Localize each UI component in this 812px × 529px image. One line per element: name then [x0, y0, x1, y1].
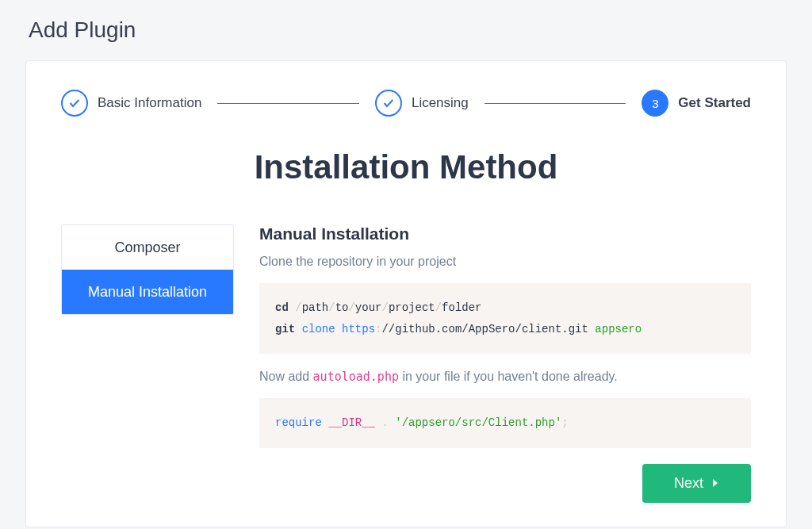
tab-manual-installation[interactable]: Manual Installation — [62, 270, 233, 314]
code-block-clone: cd /path/to/your/project/folder git clon… — [259, 283, 751, 354]
step-licensing[interactable]: Licensing — [375, 90, 469, 117]
instructions-mid: Now add autoload.php in your file if you… — [259, 370, 751, 384]
svg-marker-0 — [713, 479, 718, 487]
step-basic-information[interactable]: Basic Information — [61, 90, 201, 117]
check-icon — [375, 90, 402, 117]
code-block-require: require __DIR__ . '/appsero/src/Client.p… — [259, 398, 751, 448]
instructions-intro: Clone the repository in your project — [259, 255, 751, 269]
step-label: Licensing — [412, 95, 469, 111]
install-method-tabs: Composer Manual Installation — [61, 224, 234, 315]
content-row: Composer Manual Installation Manual Inst… — [61, 224, 751, 503]
section-title: Installation Method — [61, 148, 751, 186]
step-label: Get Started — [678, 95, 751, 111]
next-label: Next — [674, 475, 703, 492]
step-connector — [217, 103, 359, 104]
step-get-started[interactable]: 3 Get Started — [642, 90, 751, 117]
check-icon — [61, 90, 88, 117]
stepper: Basic Information Licensing 3 Get Starte… — [61, 90, 751, 117]
inline-code: autoload.php — [313, 370, 399, 384]
instructions-heading: Manual Installation — [259, 224, 751, 243]
step-label: Basic Information — [98, 95, 201, 111]
chevron-right-icon — [711, 479, 719, 487]
step-number: 3 — [642, 90, 668, 117]
next-button[interactable]: Next — [642, 464, 751, 503]
step-connector — [485, 103, 626, 104]
footer-actions: Next — [259, 464, 751, 503]
page-title: Add Plugin — [0, 0, 812, 60]
wizard-card: Basic Information Licensing 3 Get Starte… — [25, 60, 787, 527]
tab-composer[interactable]: Composer — [62, 225, 233, 270]
install-instructions: Manual Installation Clone the repository… — [259, 224, 751, 503]
